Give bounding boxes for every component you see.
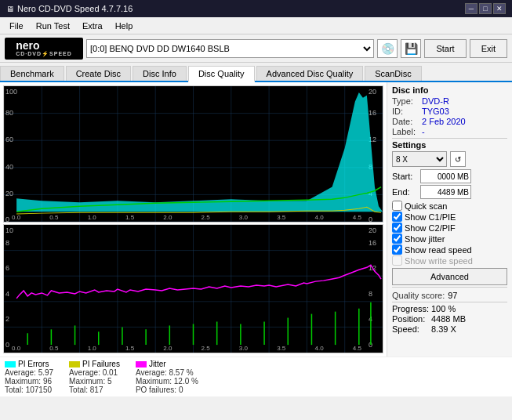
pi-errors-legend: PI Errors Average: 5.97 Maximum: 96 Tota… [5,360,53,394]
start-button[interactable]: Start [424,39,466,58]
tab-scan-disc[interactable]: ScanDisc [365,66,421,81]
app-title: Nero CD-DVD Speed 4.7.7.16 [17,4,133,13]
svg-text:4.0: 4.0 [314,345,324,352]
nero-logo: nero CD·DVD⚡SPEED [5,38,83,60]
settings-title: Settings [392,140,507,150]
progress-row: Progress: 100 % [392,304,507,313]
svg-text:0: 0 [5,215,9,222]
jitter-max: Maximum: 12.0 % [136,377,198,386]
pi-errors-color [5,361,16,368]
tab-advanced-disc-quality[interactable]: Advanced Disc Quality [256,66,364,81]
svg-text:3.0: 3.0 [239,345,249,352]
tab-benchmark[interactable]: Benchmark [0,66,64,81]
speed-select[interactable]: 8 X [392,151,447,167]
title-bar-left: 🖥 Nero CD-DVD Speed 4.7.7.16 [6,4,133,13]
jitter-title: Jitter [149,360,166,368]
disc-id-value: TYG03 [422,107,449,116]
svg-text:20: 20 [5,190,13,197]
refresh-icon-button[interactable]: ↺ [450,151,466,167]
start-mb-row: Start: [392,169,507,183]
close-button[interactable]: ✕ [493,3,506,14]
menu-run-test[interactable]: Run Test [30,20,76,32]
tab-create-disc[interactable]: Create Disc [66,66,131,81]
show-write-speed-row: Show write speed [392,255,507,266]
top-chart-svg: 0 20 40 60 80 100 0 4 8 12 16 20 0.0 0.5… [4,86,383,222]
svg-text:16: 16 [369,109,376,117]
svg-text:2.0: 2.0 [163,345,172,352]
speed-value: 8.39 X [431,324,456,334]
svg-text:16: 16 [369,239,376,247]
tab-disc-info[interactable]: Disc Info [133,66,187,81]
quick-scan-label: Quick scan [405,201,447,211]
svg-text:0.0: 0.0 [12,345,21,352]
quick-scan-checkbox[interactable] [392,201,402,211]
quality-divider [392,287,507,288]
quick-scan-row: Quick scan [392,201,507,211]
chart-area: 0 20 40 60 80 100 0 4 8 12 16 20 0.0 0.5… [0,82,387,357]
menu-help[interactable]: Help [109,20,140,32]
menu-bar: File Run Test Extra Help [0,17,512,34]
show-jitter-checkbox[interactable] [392,234,402,244]
svg-text:3.5: 3.5 [277,345,286,352]
show-c1pie-checkbox[interactable] [392,212,402,222]
pi-errors-avg: Average: 5.97 [5,368,53,377]
end-mb-row: End: [392,185,507,199]
pi-errors-title-row: PI Errors [5,360,53,368]
show-c1pie-row: Show C1/PIE [392,212,507,222]
show-c2pif-checkbox[interactable] [392,223,402,233]
svg-text:4.5: 4.5 [353,345,362,352]
svg-text:2.0: 2.0 [163,214,172,221]
svg-text:0.5: 0.5 [49,345,59,352]
svg-text:40: 40 [5,163,13,171]
title-bar: 🖥 Nero CD-DVD Speed 4.7.7.16 ─ □ ✕ [0,0,512,17]
disc-date-row: Date: 2 Feb 2020 [392,117,507,126]
svg-text:20: 20 [369,226,376,234]
start-mb-input[interactable] [420,169,471,183]
drive-select[interactable]: [0:0] BENQ DVD DD DW1640 BSLB [86,39,374,58]
start-mb-label: Start: [392,172,420,181]
exit-button[interactable]: Exit [470,39,507,58]
position-row: Position: 4488 MB [392,314,507,324]
svg-text:4.0: 4.0 [314,214,324,221]
progress-label: Progress: [392,304,431,313]
legend-area: PI Errors Average: 5.97 Maximum: 96 Tota… [0,357,512,396]
tab-disc-quality[interactable]: Disc Quality [188,66,255,82]
show-c1pie-label: Show C1/PIE [405,212,456,222]
advanced-button[interactable]: Advanced [392,268,507,285]
svg-text:60: 60 [5,136,13,143]
svg-text:4: 4 [5,290,9,298]
disc-date-value: 2 Feb 2020 [422,117,466,126]
progress-divider [392,302,507,302]
show-write-speed-checkbox[interactable] [392,255,402,266]
maximize-button[interactable]: □ [479,3,492,14]
settings-divider [392,138,507,139]
save-icon-button[interactable]: 💾 [401,39,421,58]
minimize-button[interactable]: ─ [465,3,478,14]
menu-extra[interactable]: Extra [76,20,109,32]
menu-file[interactable]: File [3,20,30,32]
pi-failures-avg: Average: 0.01 [69,368,120,377]
pi-failures-color [69,361,80,368]
svg-text:2.5: 2.5 [202,214,211,221]
pi-failures-title-row: PI Failures [69,360,120,368]
show-read-speed-label: Show read speed [405,245,472,255]
pi-failures-total: Total: 817 [69,386,120,394]
disc-label-row: Label: - [392,127,507,136]
show-read-speed-checkbox[interactable] [392,244,402,255]
svg-text:2: 2 [5,316,9,324]
svg-text:0: 0 [369,215,372,222]
show-jitter-label: Show jitter [405,234,445,244]
speed-row: Speed: 8.39 X [392,324,507,334]
disc-icon-button[interactable]: 💿 [377,39,398,58]
position-label: Position: [392,314,431,324]
speed-settings-row: 8 X ↺ [392,151,507,167]
disc-label-label: Label: [392,127,422,136]
show-write-speed-label: Show write speed [405,256,473,266]
svg-text:1.5: 1.5 [125,214,135,221]
end-mb-input[interactable] [420,185,471,199]
show-c2pif-label: Show C2/PIF [405,223,456,233]
svg-text:1.0: 1.0 [88,214,97,221]
svg-text:20: 20 [369,88,376,96]
svg-text:0: 0 [5,341,9,349]
jitter-color [136,361,147,368]
